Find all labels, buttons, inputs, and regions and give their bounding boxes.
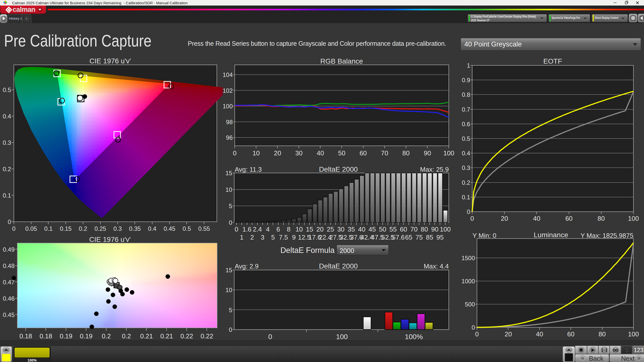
svg-text:0: 0 <box>470 215 474 222</box>
svg-text:30: 30 <box>337 225 345 233</box>
svg-text:0: 0 <box>472 324 475 331</box>
svg-text:0.3: 0.3 <box>3 139 11 146</box>
svg-text:0.2: 0.2 <box>79 225 87 231</box>
svg-text:500: 500 <box>465 301 475 308</box>
svg-text:5: 5 <box>229 203 232 209</box>
svg-text:DeltaE 2000: DeltaE 2000 <box>319 262 358 270</box>
svg-text:0.18: 0.18 <box>19 332 32 340</box>
svg-text:10: 10 <box>296 225 303 233</box>
svg-text:15: 15 <box>225 267 232 274</box>
svg-text:0.21: 0.21 <box>160 332 173 340</box>
svg-text:0.18: 0.18 <box>39 332 52 340</box>
svg-text:EOTF: EOTF <box>543 58 562 65</box>
svg-text:5: 5 <box>229 307 232 313</box>
svg-text:2: 2 <box>250 234 254 241</box>
svg-text:60: 60 <box>400 225 407 233</box>
svg-text:100: 100 <box>443 149 454 157</box>
svg-text:50: 50 <box>379 225 386 233</box>
svg-text:80: 80 <box>421 225 428 233</box>
svg-text:100%: 100% <box>405 333 423 341</box>
svg-text:0.21: 0.21 <box>140 332 153 340</box>
svg-text:100: 100 <box>628 330 639 337</box>
svg-text:1500: 1500 <box>462 255 475 261</box>
svg-text:0: 0 <box>268 333 272 341</box>
svg-text:0.7: 0.7 <box>462 106 470 113</box>
svg-text:0.55: 0.55 <box>198 225 210 231</box>
svg-text:60: 60 <box>565 215 573 222</box>
svg-text:0.3: 0.3 <box>462 164 470 171</box>
svg-text:9: 9 <box>292 234 296 241</box>
svg-text:96: 96 <box>226 134 233 141</box>
svg-text:0.2: 0.2 <box>102 332 111 340</box>
svg-text:60: 60 <box>359 149 367 157</box>
svg-text:100: 100 <box>336 333 348 341</box>
svg-text:100: 100 <box>223 103 233 110</box>
svg-text:20: 20 <box>316 225 324 233</box>
svg-text:20: 20 <box>501 215 508 222</box>
svg-text:0.2: 0.2 <box>3 166 11 172</box>
svg-text:0: 0 <box>475 330 479 337</box>
svg-text:0.1: 0.1 <box>44 225 53 231</box>
svg-text:8: 8 <box>287 225 290 233</box>
svg-text:0.2: 0.2 <box>122 332 131 340</box>
svg-text:Y Min: 0: Y Min: 0 <box>472 232 496 239</box>
svg-text:CIE 1976 u'v': CIE 1976 u'v' <box>90 58 131 65</box>
svg-text:95: 95 <box>436 234 444 241</box>
svg-text:98: 98 <box>226 119 233 125</box>
svg-text:85: 85 <box>426 234 433 241</box>
svg-text:55: 55 <box>389 225 397 233</box>
svg-text:1.6: 1.6 <box>242 225 251 233</box>
svg-text:0.1: 0.1 <box>462 194 470 201</box>
svg-text:Max: 25.9: Max: 25.9 <box>420 166 449 173</box>
svg-text:Max: 4.4: Max: 4.4 <box>424 262 449 270</box>
svg-text:90: 90 <box>431 225 438 233</box>
svg-text:20: 20 <box>274 149 281 157</box>
svg-text:0.22: 0.22 <box>180 332 193 340</box>
svg-text:10: 10 <box>253 149 260 157</box>
svg-text:Luminance: Luminance <box>534 231 568 239</box>
svg-text:90: 90 <box>424 149 431 157</box>
svg-text:10: 10 <box>225 186 232 193</box>
svg-text:1: 1 <box>240 234 244 241</box>
svg-text:0.22: 0.22 <box>200 332 213 340</box>
svg-text:0: 0 <box>233 149 236 157</box>
svg-text:0.4: 0.4 <box>462 150 470 157</box>
svg-text:0.48: 0.48 <box>3 262 15 269</box>
svg-text:calman: calman <box>13 7 35 13</box>
svg-text:35: 35 <box>348 225 355 233</box>
svg-text:0.5: 0.5 <box>462 135 470 142</box>
svg-text:65: 65 <box>405 234 412 241</box>
svg-text:100: 100 <box>440 225 451 233</box>
svg-text:70: 70 <box>410 225 418 233</box>
svg-text:45: 45 <box>369 225 376 233</box>
svg-text:0.25: 0.25 <box>94 225 106 231</box>
svg-text:0.45: 0.45 <box>3 311 15 318</box>
svg-text:6: 6 <box>276 225 280 233</box>
svg-text:0.2: 0.2 <box>462 179 470 186</box>
svg-text:40: 40 <box>533 215 540 222</box>
svg-text:0.15: 0.15 <box>60 225 72 231</box>
svg-text:40: 40 <box>317 149 324 157</box>
svg-text:50: 50 <box>338 149 345 157</box>
svg-text:3: 3 <box>261 234 264 241</box>
svg-text:Avg: 11.3: Avg: 11.3 <box>235 166 262 173</box>
svg-text:30: 30 <box>295 149 303 157</box>
svg-text:0.45: 0.45 <box>164 225 175 231</box>
svg-text:0: 0 <box>229 326 232 333</box>
svg-text:80: 80 <box>597 215 605 222</box>
svg-text:0.49: 0.49 <box>3 246 15 253</box>
svg-text:1: 1 <box>467 62 470 69</box>
svg-text:7.5: 7.5 <box>279 234 288 241</box>
svg-text:2.4: 2.4 <box>253 225 262 233</box>
svg-text:0.3: 0.3 <box>113 225 122 231</box>
svg-text:0.19: 0.19 <box>60 332 72 340</box>
svg-text:1000: 1000 <box>462 278 475 285</box>
svg-text:0: 0 <box>229 219 232 226</box>
svg-text:0.8: 0.8 <box>462 91 470 98</box>
svg-text:25: 25 <box>327 225 334 233</box>
svg-text:0: 0 <box>235 225 238 233</box>
svg-text:0.05: 0.05 <box>25 225 37 231</box>
svg-text:DeltaE 2000: DeltaE 2000 <box>319 165 358 173</box>
svg-text:40: 40 <box>358 225 366 233</box>
svg-text:104: 104 <box>223 71 233 78</box>
